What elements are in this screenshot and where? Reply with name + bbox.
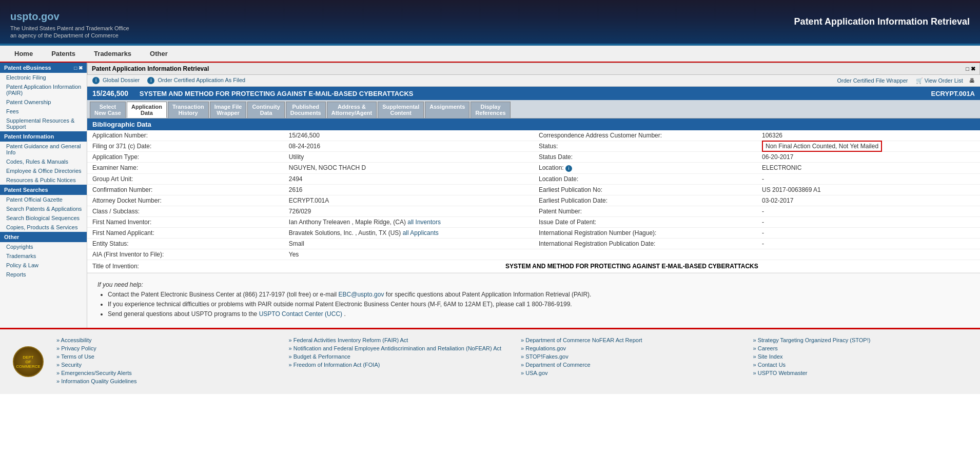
all-applicants-link[interactable]: all Applicants bbox=[403, 229, 439, 236]
footer-link-terms[interactable]: Terms of Use bbox=[56, 353, 273, 360]
panel-controls[interactable]: □ ✖ bbox=[966, 66, 975, 72]
tab-transaction-history[interactable]: TransactionHistory bbox=[168, 102, 209, 118]
header: uspto.gov The United States Patent and T… bbox=[0, 0, 980, 44]
sidebar-item-pair[interactable]: Patent Application Information (PAIR) bbox=[0, 82, 87, 97]
sidebar-section-icons[interactable]: □ ✖ bbox=[74, 65, 83, 71]
footer-link-emergencies[interactable]: Emergencies/Security Alerts bbox=[56, 370, 273, 376]
footer-link-commerce[interactable]: Department of Commerce bbox=[521, 362, 738, 368]
class-subclass-value: 726/029 bbox=[284, 206, 534, 217]
header-left: uspto.gov The United States Patent and T… bbox=[10, 5, 129, 38]
footer-link-foia[interactable]: Freedom of Information Act (FOIA) bbox=[289, 362, 506, 368]
sidebar-item-guidance[interactable]: Patent Guidance and General Info bbox=[0, 142, 87, 157]
examiner-value: NGUYEN, NGOC THACH D bbox=[284, 163, 534, 174]
tab-application-data[interactable]: ApplicationData bbox=[127, 102, 167, 118]
footer-seal: DEPTOFCOMMERCE bbox=[13, 346, 44, 377]
location-date-value: - bbox=[757, 174, 980, 185]
footer-link-accessibility[interactable]: Accessibility bbox=[56, 337, 273, 343]
sidebar-item-copyrights[interactable]: Copyrights bbox=[0, 242, 87, 251]
app-number: 15/246,500 bbox=[92, 89, 128, 97]
nav-home[interactable]: Home bbox=[5, 46, 42, 62]
tab-continuity-data[interactable]: ContinuityData bbox=[247, 102, 284, 118]
tab-published-documents[interactable]: PublishedDocuments bbox=[286, 102, 326, 118]
footer-link-iq-guidelines[interactable]: Information Quality Guidelines bbox=[56, 378, 273, 384]
sidebar-section-ebusiness: Patent eBusiness □ ✖ bbox=[0, 63, 87, 73]
all-inventors-link[interactable]: all Inventors bbox=[407, 219, 441, 226]
print-icon[interactable]: 🖶 bbox=[969, 77, 975, 84]
footer-col-2: Federal Activities Inventory Reform (FAI… bbox=[289, 337, 506, 386]
footer-link-commerce-nofear[interactable]: Department of Commerce NoFEAR Act Report bbox=[521, 337, 738, 343]
issue-date-value: - bbox=[757, 217, 980, 228]
sidebar-item-efiling[interactable]: Electronic Filing bbox=[0, 73, 87, 82]
location-label: Location: i bbox=[534, 163, 757, 174]
help-item-1: Contact the Patent Electronic Business C… bbox=[108, 291, 970, 298]
aia-value: Yes bbox=[284, 249, 534, 260]
title-row: Title of Invention: SYSTEM AND METHOD FO… bbox=[87, 260, 980, 273]
sidebar-item-supplemental[interactable]: Supplemental Resources & Support bbox=[0, 116, 87, 131]
help-item-3: Send general questions about USPTO progr… bbox=[108, 310, 970, 318]
filing-date-value: 08-24-2016 bbox=[284, 141, 534, 152]
app-type-label: Application Type: bbox=[87, 152, 284, 163]
footer-link-usa[interactable]: USA.gov bbox=[521, 370, 738, 376]
nav-patents[interactable]: Patents bbox=[42, 46, 85, 62]
sidebar-item-reports[interactable]: Reports bbox=[0, 270, 87, 279]
sidebar-item-copies[interactable]: Copies, Products & Services bbox=[0, 223, 87, 232]
sidebar-item-employee[interactable]: Employee & Office Directories bbox=[0, 166, 87, 175]
tab-assignments[interactable]: Assignments bbox=[425, 102, 469, 118]
ebc-email-link[interactable]: EBC@uspto.gov bbox=[339, 291, 384, 298]
confirmation-value: 2616 bbox=[284, 185, 534, 195]
footer-link-webmaster[interactable]: USPTO Webmaster bbox=[753, 370, 970, 376]
footer-col-1: Accessibility Privacy Policy Terms of Us… bbox=[56, 337, 273, 386]
footer-link-careers[interactable]: Careers bbox=[753, 345, 970, 351]
sidebar-item-resources[interactable]: Resources & Public Notices bbox=[0, 175, 87, 185]
view-order-link[interactable]: View Order List bbox=[925, 77, 963, 84]
footer-link-stop[interactable]: Strategy Targeting Organized Piracy (STO… bbox=[753, 337, 970, 343]
earliest-pub-date-value: 03-02-2017 bbox=[757, 195, 980, 206]
tab-supplemental-content[interactable]: SupplementalContent bbox=[378, 102, 424, 118]
certified-app-link[interactable]: Order Certified Application As Filed bbox=[158, 77, 246, 83]
tab-select-new-case[interactable]: SelectNew Case bbox=[90, 102, 126, 118]
confirmation-label: Confirmation Number: bbox=[87, 185, 284, 195]
footer-link-contact[interactable]: Contact Us bbox=[753, 362, 970, 368]
sidebar-item-ownership[interactable]: Patent Ownership bbox=[0, 97, 87, 107]
footer-link-stopfakes[interactable]: STOP!Fakes.gov bbox=[521, 353, 738, 360]
sidebar-item-codes[interactable]: Codes, Rules & Manuals bbox=[0, 157, 87, 166]
footer-link-budget[interactable]: Budget & Performance bbox=[289, 353, 506, 360]
nav-trademarks[interactable]: Trademarks bbox=[85, 46, 141, 62]
table-row: Class / Subclass: 726/029 Patent Number:… bbox=[87, 206, 980, 217]
earliest-pub-date-label: Earliest Publication Date: bbox=[534, 195, 757, 206]
sidebar-item-search-bio[interactable]: Search Biological Sequences bbox=[0, 213, 87, 223]
group-art-value: 2494 bbox=[284, 174, 534, 185]
global-dossier-link[interactable]: Global Dossier bbox=[103, 77, 140, 83]
footer-link-site-index[interactable]: Site Index bbox=[753, 353, 970, 360]
footer-link-regulations[interactable]: Regulations.gov bbox=[521, 345, 738, 351]
sidebar-item-policy[interactable]: Policy & Law bbox=[0, 261, 87, 270]
location-info-icon[interactable]: i bbox=[565, 165, 572, 172]
nav-other[interactable]: Other bbox=[141, 46, 177, 62]
panel-header: Patent Application Information Retrieval… bbox=[87, 63, 980, 75]
app-header-row: 15/246,500 SYSTEM AND METHOD FOR PROTECT… bbox=[87, 87, 980, 100]
sidebar-item-fees[interactable]: Fees bbox=[0, 107, 87, 116]
sidebar-item-gazette[interactable]: Patent Official Gazette bbox=[0, 195, 87, 204]
footer-link-fair[interactable]: Federal Activities Inventory Reform (FAI… bbox=[289, 337, 506, 343]
certified-wrapper-link[interactable]: Order Certified File Wrapper bbox=[837, 77, 908, 84]
certified-app-info-icon[interactable]: i bbox=[147, 77, 154, 84]
tab-image-file-wrapper[interactable]: Image FileWrapper bbox=[210, 102, 247, 118]
global-dossier-info-icon[interactable]: i bbox=[92, 77, 100, 84]
footer-link-nofear[interactable]: Notification and Federal Employee Antidi… bbox=[289, 345, 506, 351]
entity-status-label: Entity Status: bbox=[87, 239, 284, 249]
table-row: AIA (First Inventor to File): Yes bbox=[87, 249, 980, 260]
tab-display-references[interactable]: DisplayReferences bbox=[471, 102, 510, 118]
examiner-label: Examiner Name: bbox=[87, 163, 284, 174]
footer-link-security[interactable]: Security bbox=[56, 362, 273, 368]
sidebar-item-search-patents[interactable]: Search Patents & Applications bbox=[0, 204, 87, 213]
table-row: Group Art Unit: 2494 Location Date: - bbox=[87, 174, 980, 185]
ucc-link[interactable]: USPTO Contact Center (UCC) bbox=[259, 310, 343, 318]
bib-table: Application Number: 15/246,500 Correspon… bbox=[87, 130, 980, 273]
help-item-2: If you experience technical difficulties… bbox=[108, 301, 970, 308]
status-value: Non Final Action Counted, Not Yet Mailed bbox=[757, 141, 980, 152]
sidebar-item-trademarks[interactable]: Trademarks bbox=[0, 251, 87, 261]
tab-address-attorney[interactable]: Address &Attorney/Agent bbox=[327, 102, 377, 118]
footer-link-privacy[interactable]: Privacy Policy bbox=[56, 345, 273, 351]
table-row: Entity Status: Small International Regis… bbox=[87, 239, 980, 249]
footer-cols: Accessibility Privacy Policy Terms of Us… bbox=[56, 337, 970, 386]
